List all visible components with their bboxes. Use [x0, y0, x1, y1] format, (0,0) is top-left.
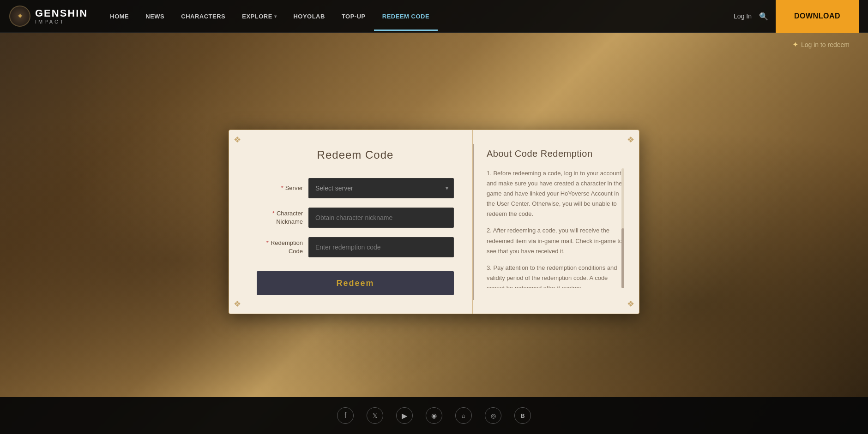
server-select-wrapper: Select server America Europe Asia TW, HK… [308, 178, 454, 198]
instruction-3: 3. Pay attention to the redemption condi… [487, 263, 625, 288]
search-icon[interactable]: 🔍 [759, 12, 768, 21]
facebook-icon[interactable]: f [337, 407, 354, 424]
instructions-scroll[interactable]: 1. Before redeeming a code, log in to yo… [487, 168, 625, 288]
character-nickname-row: *Character Nickname [257, 208, 454, 228]
logo-genshin: GENSHIN [35, 8, 88, 18]
twitter-icon[interactable]: 𝕏 [367, 407, 383, 424]
site-logo[interactable]: ✦ GENSHIN IMPACT [9, 6, 88, 27]
instagram-icon[interactable]: ◉ [426, 407, 442, 424]
nav-news[interactable]: NEWS [137, 2, 173, 31]
logo-icon: ✦ [9, 6, 30, 27]
character-nickname-label: *Character Nickname [257, 209, 303, 226]
login-link[interactable]: Log In [734, 12, 752, 20]
nav-links: HOME NEWS CHARACTERS EXPLORE ▾ HoYoLAB T… [102, 2, 734, 31]
redemption-code-input[interactable] [308, 237, 454, 257]
login-hint: ✦ Log in to redeem [792, 33, 850, 56]
server-row: *Server Select server America Europe Asi… [257, 178, 454, 198]
download-button[interactable]: Download [776, 0, 859, 33]
vertical-divider [473, 144, 474, 300]
nickname-required: * [272, 210, 275, 217]
instruction-1: 1. Before redeeming a code, log in to yo… [487, 168, 625, 219]
redemption-code-label: *Redemption Code [257, 239, 303, 256]
bilibili-icon[interactable]: B [514, 407, 531, 424]
nav-hoyolab[interactable]: HoYoLAB [285, 2, 333, 31]
character-nickname-input[interactable] [308, 208, 454, 228]
redeem-modal: ❖ ❖ Redeem Code *Server Select server Am… [229, 130, 639, 314]
scrollbar-thumb[interactable] [621, 228, 624, 288]
nav-topup[interactable]: TOP-UP [333, 2, 374, 31]
redeem-button[interactable]: Redeem [257, 271, 454, 295]
corner-bl: ❖ [234, 299, 241, 309]
nav-redeem-code[interactable]: REDEEM CODE [374, 2, 438, 31]
reddit-icon[interactable]: ◎ [485, 407, 501, 424]
hint-star: ✦ [792, 40, 798, 49]
explore-dropdown-icon: ▾ [274, 14, 277, 19]
about-redemption-title: About Code Redemption [487, 149, 625, 159]
server-label: *Server [257, 184, 303, 192]
page-content: ❖ ❖ Redeem Code *Server Select server Am… [0, 33, 868, 397]
redeem-code-title: Redeem Code [257, 149, 454, 161]
logo-impact: IMPACT [35, 19, 88, 24]
nav-characters[interactable]: CHARACTERS [173, 2, 234, 31]
redemption-code-row: *Redemption Code [257, 237, 454, 257]
server-required: * [281, 184, 283, 191]
server-select[interactable]: Select server America Europe Asia TW, HK… [308, 178, 454, 198]
footer: f 𝕏 ▶ ◉ ⌂ ◎ B [0, 397, 868, 434]
navbar: ✦ GENSHIN IMPACT HOME NEWS CHARACTERS EX… [0, 0, 868, 33]
modal-left-panel: Redeem Code *Server Select server Americ… [229, 130, 473, 314]
modal-right-panel: About Code Redemption 1. Before redeemin… [473, 130, 639, 314]
nav-home[interactable]: HOME [102, 2, 137, 31]
nav-explore[interactable]: EXPLORE ▾ [234, 2, 285, 31]
login-to-redeem-link[interactable]: Log in to redeem [801, 41, 850, 48]
nav-right: Log In 🔍 Download [734, 0, 859, 33]
youtube-icon[interactable]: ▶ [396, 407, 413, 424]
code-required: * [266, 239, 269, 246]
instruction-2: 2. After redeeming a code, you will rece… [487, 226, 625, 256]
logo-text: GENSHIN IMPACT [35, 8, 88, 24]
discord-icon[interactable]: ⌂ [455, 407, 472, 424]
scrollbar[interactable] [621, 168, 624, 288]
